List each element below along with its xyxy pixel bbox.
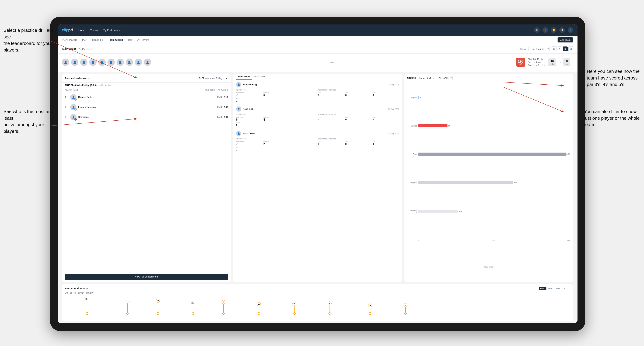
chart-val-0: 3 [420, 96, 421, 99]
ap-avatar-1: 👤 [236, 82, 241, 87]
shot-details: Shot Dist: 16 yds Start Lie: Rough End L… [528, 58, 546, 67]
tab-most-active[interactable]: Most Active [236, 74, 252, 80]
leaderboard-subtitle: PUTT Must Make Putting (3-6 ft), Last 3 … [62, 83, 231, 88]
streak-stem-1 [128, 304, 128, 312]
bell-icon[interactable]: 🔔 [551, 27, 556, 33]
chart-bar-wrap-0: 3 [418, 96, 570, 99]
navbar: clippd Home Teams My Performance 🔍 👤 🔔 ⚙… [58, 24, 578, 36]
ap-stat-practice-activities-1: Total Practice Activities [318, 89, 344, 91]
lb-name-3: Cameron... [78, 116, 215, 118]
lb-rank-1: 1 [65, 96, 68, 98]
streak-badge-5: 4x [257, 302, 261, 306]
lb-row-3[interactable]: 3 👤 3 Cameron... 17/20 103 [62, 112, 231, 122]
chart-bar-wrap-4: 131 [418, 210, 570, 213]
streak-point-8: 3x [368, 303, 372, 315]
person-icon[interactable]: 👤 [542, 27, 548, 33]
chart-val-3: 311 [514, 181, 517, 183]
streak-dot-3 [192, 312, 194, 315]
streak-badge-0: 7x [85, 297, 89, 301]
chart-bar-1 [418, 124, 448, 127]
chart-row-0: Eagles 3 [407, 96, 570, 99]
view-detail-icon[interactable]: ⊟ [568, 46, 573, 51]
subnav-pga[interactable]: PGA [82, 38, 87, 42]
subnav-pgat[interactable]: PGAT Players [62, 38, 77, 42]
avatar-4[interactable]: 👤 [89, 58, 96, 66]
add-team-button[interactable]: Add Team [558, 37, 573, 42]
edit-icon[interactable]: ✏ [91, 48, 93, 50]
chart-label-0: Eagles [407, 96, 417, 99]
streak-btn-app[interactable]: APP [546, 287, 553, 290]
avatar-5[interactable]: 👤 [98, 58, 106, 66]
streak-badge-8: 3x [368, 304, 372, 307]
lb-row-1[interactable]: 1 👤 1 Richard Butler... 19/20 110 [62, 92, 231, 102]
ap-practice-val-3: 2 [264, 143, 290, 146]
period-select[interactable]: Last 3 months [528, 47, 550, 51]
chart-val-1: 96 [448, 125, 450, 127]
view-list-icon[interactable]: ≡ [557, 46, 562, 51]
view-full-leaderboard-button[interactable]: View Full Leaderboard [65, 274, 228, 280]
lb-row-2[interactable]: 2 👤 2 Edward Crossman 18/20 107 [62, 102, 231, 112]
streak-stem-2 [158, 303, 158, 312]
subnav-all-players[interactable]: All Players [138, 38, 149, 42]
subnav-tour[interactable]: Tour [128, 38, 132, 42]
lb-avatar-1: 👤 1 [70, 94, 76, 100]
lb-medal-silver: 2 [74, 108, 77, 111]
streak-btn-putt[interactable]: PUTT [562, 287, 570, 290]
lb-avg-3: 103 [224, 116, 228, 118]
leaderboard-header: Practice Leaderboards PUTT Must Make Put… [62, 74, 231, 83]
tablet-screen: clippd Home Teams My Performance 🔍 👤 🔔 ⚙… [58, 24, 578, 323]
view-grid-icon[interactable]: ⊞ [552, 46, 556, 51]
nav-my-performance[interactable]: My Performance [103, 28, 122, 32]
avatar-6[interactable]: 👤 [108, 58, 115, 66]
chart-row-3: Bogeys 311 [407, 181, 570, 184]
ap-practice-val-1: 6 [264, 94, 290, 97]
annotation-left-top: Select a practice drill and seethe leade… [4, 27, 55, 53]
streak-stem-3 [193, 305, 194, 312]
lb-score-1: 19/20 [217, 96, 222, 98]
tab-least-active[interactable]: Least Active [252, 74, 268, 80]
search-icon[interactable]: 🔍 [534, 27, 540, 33]
navbar-icons: 🔍 👤 🔔 ⚙ 👤 [534, 27, 573, 33]
nav-home[interactable]: Home [78, 28, 86, 32]
streak-subtitle: Off The Tee, Fairway Accuracy [65, 292, 570, 294]
scoring-filter-par[interactable]: Par 3, 4 & 5s [417, 76, 435, 80]
chart-val-2: 499 [567, 153, 570, 155]
avatar-icon[interactable]: 👤 [568, 27, 573, 33]
settings-icon[interactable]: ⚙ [559, 27, 565, 33]
ap-app-val-3: 0 [345, 143, 372, 145]
avatar-7[interactable]: 👤 [116, 58, 124, 66]
activity-panel: Most Active Least Active 👤 Blair McHarg … [233, 74, 402, 282]
shot-yards: 16 yds → 0 yds [548, 58, 570, 66]
avatar-3[interactable]: 👤 [80, 58, 88, 66]
ap-ott-val-2: 0 [318, 118, 344, 121]
scoring-title: Scoring [407, 77, 416, 79]
streak-title: Best Round Streaks [65, 287, 88, 290]
chart-label-3: Bogeys [407, 181, 417, 183]
streak-badge-3: 5x [191, 301, 195, 305]
scoring-filter-players[interactable]: All Players [436, 76, 452, 80]
streak-stem-7 [330, 305, 330, 312]
streak-btn-arg[interactable]: ARG [554, 287, 562, 290]
avatar-8[interactable]: 👤 [126, 58, 133, 66]
ap-avatar-3: 👤 [236, 131, 241, 136]
activity-player-1: 👤 Blair McHarg 26 Aug 2023 Total Rounds [233, 80, 402, 104]
nav-teams[interactable]: Teams [90, 28, 98, 32]
view-card-icon[interactable]: ▦ [563, 46, 568, 51]
leaderboard-panel: Practice Leaderboards PUTT Must Make Put… [62, 74, 231, 282]
avatar-9[interactable]: 👤 [135, 58, 142, 66]
streak-btn-ott[interactable]: OTT [539, 287, 546, 290]
subnav-hcaps[interactable]: Hcaps 1-5 [92, 38, 104, 42]
streak-filter-buttons: OTT APP ARG PUTT [539, 287, 570, 290]
lb-rank-2: 2 [65, 106, 68, 108]
lb-avg-1: 110 [224, 96, 228, 98]
ap-name-3: Josh Coles [243, 132, 255, 135]
avatar-10[interactable]: 👤 [144, 58, 151, 66]
shot-badge: 198 SC [516, 58, 525, 67]
subnav-team-clippd[interactable]: Team Clippd [108, 38, 123, 42]
navbar-links: Home Teams My Performance [78, 28, 534, 32]
avatar-2[interactable]: 👤 [71, 58, 78, 66]
view-icons: ⊞ ≡ ▦ ⊟ [552, 46, 573, 51]
drill-select[interactable]: PUTT Must Make Putting... [197, 76, 228, 80]
avatar-1[interactable]: 👤 [62, 58, 69, 66]
streak-stem-0 [87, 301, 87, 312]
